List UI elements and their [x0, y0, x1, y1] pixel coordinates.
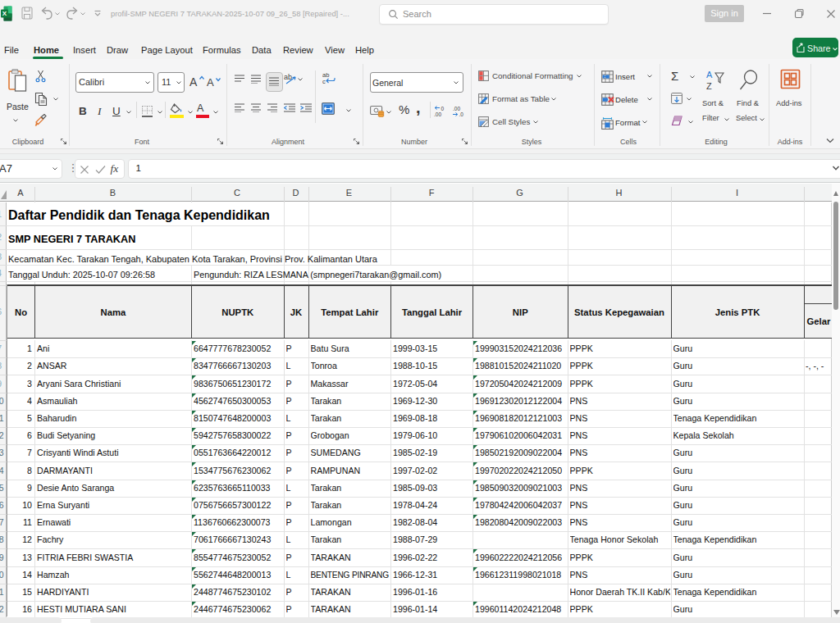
svg-text:A: A — [706, 70, 713, 80]
svg-text:.00: .00 — [434, 111, 441, 117]
svg-text:X: X — [2, 10, 7, 17]
svg-text:Z: Z — [706, 81, 712, 91]
svg-text:.0: .0 — [459, 111, 464, 117]
svg-text:.00: .00 — [453, 106, 460, 111]
svg-text:c: c — [322, 78, 326, 85]
svg-text:0: 0 — [441, 106, 445, 111]
